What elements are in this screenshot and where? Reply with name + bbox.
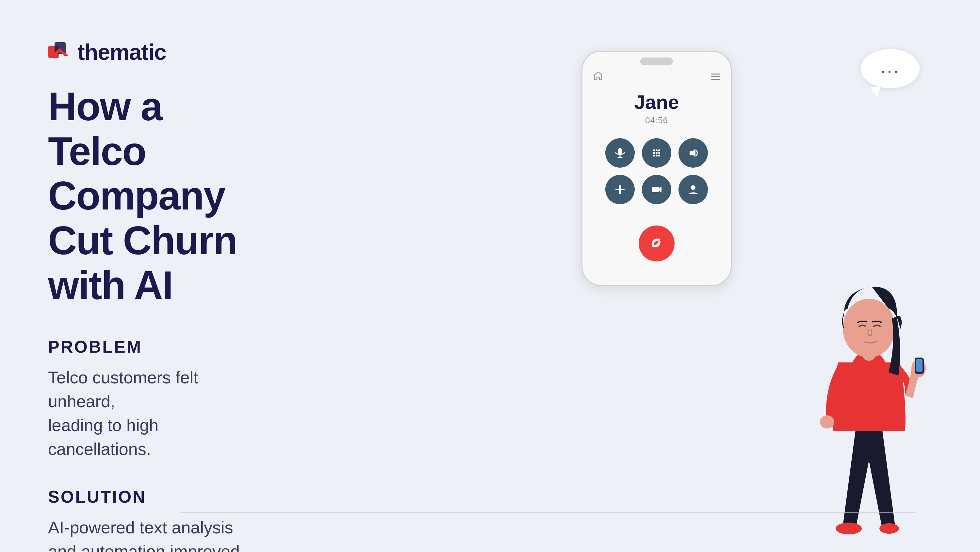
svg-rect-18 xyxy=(652,187,659,192)
svg-rect-3 xyxy=(618,148,622,155)
left-panel: thematic How a Telco Company Cut Churn w… xyxy=(48,39,251,552)
mute-button[interactable] xyxy=(605,138,635,168)
phone-notch xyxy=(640,57,673,65)
contacts-button[interactable] xyxy=(678,175,708,204)
phone-mockup: Jane 04:56 xyxy=(581,51,732,286)
solution-label: SOLUTION xyxy=(48,487,251,507)
thematic-logo-icon xyxy=(48,42,72,62)
svg-point-28 xyxy=(878,336,889,342)
svg-point-9 xyxy=(653,152,655,154)
svg-rect-23 xyxy=(839,526,859,532)
svg-point-6 xyxy=(653,149,655,151)
caller-name: Jane xyxy=(582,91,731,113)
call-buttons-grid xyxy=(605,138,708,204)
svg-point-13 xyxy=(655,155,657,156)
speech-bubble: ... xyxy=(861,49,920,88)
problem-text: Telco customers felt unheard, leading to… xyxy=(48,366,251,461)
phone-body: Jane 04:56 xyxy=(581,51,732,286)
svg-marker-19 xyxy=(659,187,662,193)
right-panel: Jane 04:56 xyxy=(457,0,980,552)
end-call-button[interactable] xyxy=(639,225,675,262)
person-illustration xyxy=(778,258,980,552)
phone-header xyxy=(582,70,731,82)
svg-point-10 xyxy=(655,152,657,154)
menu-icon xyxy=(711,73,720,80)
svg-point-14 xyxy=(658,155,660,156)
svg-marker-15 xyxy=(690,149,695,157)
svg-point-7 xyxy=(655,149,657,151)
logo-area: thematic xyxy=(48,39,251,65)
speaker-button[interactable] xyxy=(678,138,708,168)
call-duration: 04:56 xyxy=(582,115,731,126)
video-button[interactable] xyxy=(642,175,671,204)
home-icon xyxy=(593,70,603,82)
svg-point-26 xyxy=(843,299,895,357)
svg-point-32 xyxy=(820,415,834,428)
speech-dots: ... xyxy=(881,58,900,80)
svg-point-12 xyxy=(653,155,655,156)
solution-section: SOLUTION AI-powered text analysis and au… xyxy=(48,487,251,552)
page-title: How a Telco Company Cut Churn with AI xyxy=(48,84,251,308)
svg-rect-24 xyxy=(882,526,898,531)
svg-point-27 xyxy=(851,336,861,342)
problem-section: PROBLEM Telco customers felt unheard, le… xyxy=(48,337,251,461)
svg-point-20 xyxy=(691,185,695,190)
svg-point-8 xyxy=(658,149,660,151)
bottom-divider xyxy=(180,512,915,513)
problem-label: PROBLEM xyxy=(48,337,251,357)
brand-name: thematic xyxy=(78,39,166,65)
add-call-button[interactable] xyxy=(605,175,635,204)
svg-rect-31 xyxy=(916,359,923,372)
keypad-button[interactable] xyxy=(642,138,671,168)
svg-point-11 xyxy=(658,152,660,154)
solution-text: AI-powered text analysis and automation … xyxy=(48,516,251,552)
